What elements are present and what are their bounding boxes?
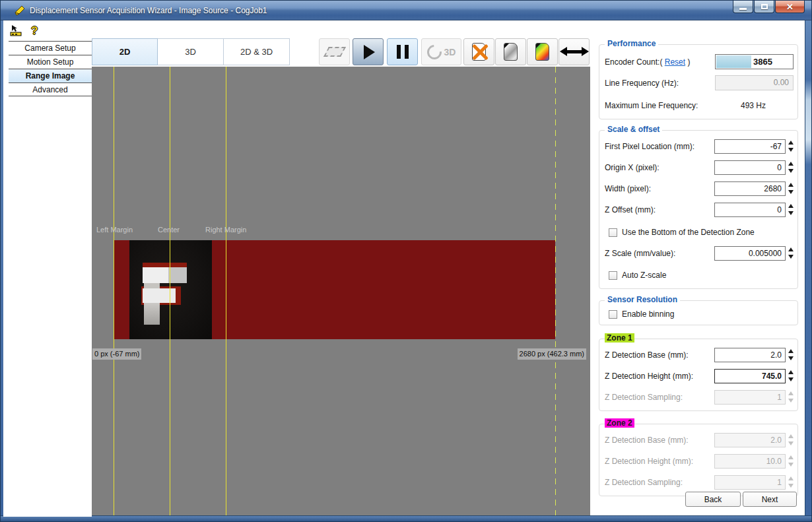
use-bottom-checkbox[interactable] (609, 228, 617, 237)
spin-up-icon (788, 204, 794, 208)
spinner-arrows[interactable] (788, 247, 794, 259)
zone2-base-label: Z Detection Base (mm): (605, 436, 689, 445)
close-button[interactable]: ✕ (775, 1, 805, 13)
spin-up-icon (788, 247, 794, 251)
pointer-measure-icon[interactable] (10, 24, 24, 38)
pixel-end-label: 2680 px (462.3 mm) (518, 348, 586, 360)
enable-binning-checkbox[interactable] (609, 310, 617, 319)
center-label: Center (158, 226, 180, 234)
zone2-title: Zone 2 (605, 418, 634, 428)
colormap-grayscale-button[interactable] (495, 38, 526, 65)
zone1-group: Zone 1 Z Detection Base (mm): 2.0 Z Dete… (599, 339, 798, 411)
first-pixel-location-spinner[interactable]: -67 (714, 139, 794, 154)
play-button[interactable] (353, 38, 384, 65)
width-pixel-label: Width (pixel): (605, 184, 651, 193)
z-offset-spinner[interactable]: 0 (714, 203, 794, 217)
line-frequency-label: Line Frequency (Hz): (605, 79, 679, 88)
zone1-sampling-label: Z Detection Sampling: (605, 393, 683, 402)
tab-3d[interactable]: 3D (158, 38, 224, 65)
zone2-sampling-label: Z Detection Sampling: (605, 478, 683, 487)
z-scale-label: Z Scale (mm/value): (605, 249, 675, 258)
reset-3d-view-button[interactable]: 3D (421, 38, 461, 65)
spin-up-icon (788, 434, 794, 438)
maximize-icon (761, 4, 768, 9)
zone2-group: Zone 2 Z Detection Base (mm): 2.0 Z Dete… (599, 424, 798, 496)
sidebar-item-range-image[interactable]: Range Image (9, 69, 92, 82)
tab-2d-and-3d[interactable]: 2D & 3D (224, 38, 290, 65)
spin-up-icon (788, 183, 794, 187)
app-icon (14, 5, 27, 16)
encoder-count-fill (716, 55, 751, 68)
spin-up-icon (788, 476, 794, 480)
spinner-arrows[interactable] (788, 183, 794, 194)
pause-button[interactable] (387, 38, 418, 65)
object-brick-middle (143, 288, 176, 303)
title-bar[interactable]: Displacement Sensor Acquisition Wizard -… (1, 1, 812, 20)
next-button[interactable]: Next (743, 492, 797, 507)
origin-x-spinner[interactable]: 0 (714, 160, 794, 175)
zone1-height-spinner[interactable]: 745.0 (714, 369, 794, 383)
encoder-reset-link[interactable]: Reset (665, 57, 685, 67)
right-margin-line[interactable] (226, 67, 226, 515)
sidebar-item-camera-setup[interactable]: Camera Setup (9, 41, 92, 55)
performance-group: Performance Encoder Count:( Reset ) 3865… (599, 44, 798, 119)
center-line[interactable] (170, 67, 170, 515)
sidebar-item-motion-setup[interactable]: Motion Setup (9, 55, 92, 69)
width-pixel-spinner[interactable]: 2680 (714, 181, 794, 196)
sidebar: ? Camera Setup Motion Setup Range Image … (3, 20, 92, 517)
close-icon: ✕ (786, 3, 794, 11)
colormap-none-button[interactable] (463, 38, 494, 65)
zone1-height-label: Z Detection Height (mm): (605, 372, 693, 381)
spinner-arrows (788, 434, 794, 445)
spinner-arrows[interactable] (788, 204, 794, 215)
max-line-frequency-value: 493 Hz (741, 101, 766, 110)
z-scale-spinner[interactable]: 0.005000 (714, 246, 794, 261)
spinner-arrows (788, 476, 794, 488)
spinner-arrows (788, 391, 794, 403)
encoder-count-field[interactable]: 3865 (715, 54, 794, 69)
help-icon[interactable]: ? (31, 24, 38, 38)
minimize-icon (739, 8, 747, 10)
left-margin-label: Left Margin (96, 226, 133, 234)
zone1-base-spinner[interactable]: 2.0 (714, 348, 794, 362)
left-margin-line[interactable] (114, 67, 114, 515)
minimize-button[interactable] (733, 1, 753, 13)
spin-down-icon (788, 484, 794, 488)
maximize-button[interactable] (754, 1, 774, 13)
spinner-arrows[interactable] (788, 349, 794, 360)
spin-down-icon (788, 148, 794, 152)
right-margin-label: Right Margin (205, 226, 246, 234)
zone1-sampling-spinner: 1 (714, 390, 794, 405)
play-icon (364, 45, 375, 59)
spin-down-icon (788, 211, 794, 215)
range-image-canvas[interactable]: Left Margin Center Right Margin 0 px (-6… (92, 67, 590, 515)
window-border-bottom (1, 515, 812, 521)
spin-up-icon (788, 370, 794, 374)
scale-offset-title: Scale & offset (605, 125, 662, 134)
back-button[interactable]: Back (685, 492, 741, 507)
fit-width-button[interactable] (558, 38, 590, 65)
z-offset-label: Z Offset (mm): (605, 205, 656, 214)
spin-down-icon (788, 441, 794, 445)
zone2-height-spinner: 10.0 (714, 454, 794, 469)
wizard-nav: Camera Setup Motion Setup Range Image Ad… (9, 41, 92, 96)
tab-2d[interactable]: 2D (92, 38, 158, 65)
app-window: Displacement Sensor Acquisition Wizard -… (0, 0, 812, 522)
colormap-rainbow-button[interactable] (527, 38, 558, 65)
spin-down-icon (788, 463, 794, 467)
spinner-arrows[interactable] (788, 162, 794, 173)
window-border-right (805, 20, 811, 517)
rotate-3d-label: 3D (444, 47, 456, 57)
region-select-button[interactable] (319, 38, 350, 65)
sidebar-item-advanced[interactable]: Advanced (9, 82, 92, 96)
auto-z-scale-checkbox[interactable] (609, 271, 617, 280)
auto-z-scale-label: Auto Z-scale (622, 271, 666, 280)
spinner-arrows[interactable] (788, 141, 794, 152)
spin-up-icon (788, 162, 794, 166)
spin-down-icon (788, 169, 794, 173)
spin-up-icon (788, 455, 794, 459)
window-title: Displacement Sensor Acquisition Wizard -… (30, 6, 267, 15)
pixel-start-label: 0 px (-67 mm) (92, 348, 141, 360)
spinner-arrows[interactable] (788, 370, 794, 381)
sensor-resolution-title: Sensor Resolution (605, 295, 680, 304)
